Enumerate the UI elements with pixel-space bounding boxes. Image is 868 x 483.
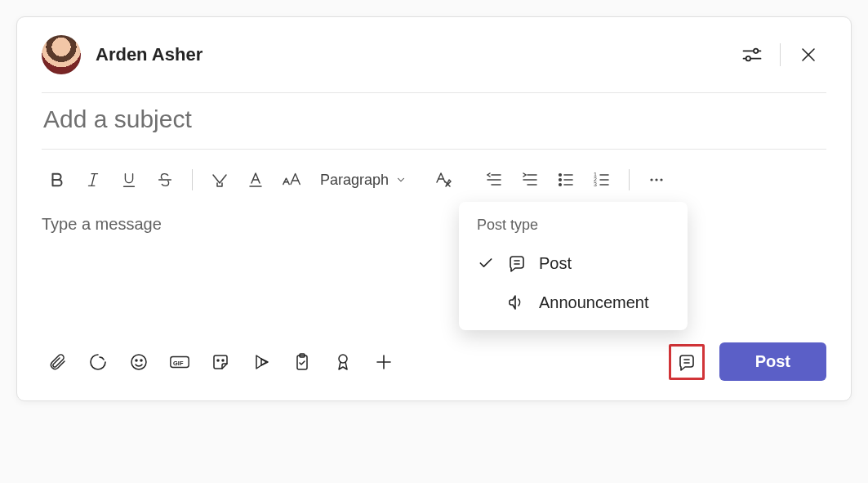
- svg-point-3: [746, 56, 750, 60]
- highlight-icon: [210, 170, 229, 190]
- paragraph-style-dropdown[interactable]: Paragraph: [312, 167, 415, 194]
- toolbar-separator: [629, 169, 630, 190]
- gif-button[interactable]: GIF: [164, 347, 195, 378]
- post-button[interactable]: Post: [719, 342, 826, 381]
- svg-point-38: [136, 360, 137, 361]
- highlight-button[interactable]: [204, 164, 235, 195]
- svg-point-1: [754, 49, 758, 53]
- svg-point-35: [655, 178, 657, 181]
- loop-component-button[interactable]: [82, 347, 114, 378]
- message-placeholder: Type a message: [42, 215, 162, 233]
- underline-button[interactable]: [114, 164, 145, 195]
- popover-title: Post type: [459, 213, 688, 244]
- svg-point-39: [140, 360, 142, 361]
- strikethrough-icon: [156, 171, 174, 189]
- chevron-down-icon: [395, 174, 407, 186]
- post-type-option-label: Announcement: [539, 293, 649, 312]
- post-icon: [506, 253, 527, 273]
- bold-icon: [48, 171, 66, 189]
- post-type-option-post[interactable]: Post: [459, 244, 688, 283]
- italic-icon: [84, 171, 102, 189]
- more-format-button[interactable]: [641, 164, 672, 195]
- compose-header: Arden Asher: [42, 35, 826, 92]
- svg-point-43: [222, 360, 224, 361]
- author-name: Arden Asher: [96, 44, 734, 65]
- numbered-list-button[interactable]: 1 2 3: [586, 164, 617, 195]
- subject-row: [42, 92, 826, 150]
- svg-point-37: [131, 355, 146, 369]
- style-dropdown-label: Paragraph: [320, 172, 389, 189]
- svg-point-36: [660, 178, 662, 181]
- paperclip-icon: [47, 352, 67, 372]
- emoji-icon: [129, 352, 149, 372]
- more-actions-button[interactable]: [368, 347, 399, 378]
- emoji-button[interactable]: [123, 347, 154, 378]
- stream-button[interactable]: [246, 347, 277, 378]
- svg-point-26: [559, 184, 562, 186]
- plus-icon: [374, 352, 394, 372]
- text-color-button[interactable]: [240, 164, 271, 195]
- outdent-icon: [484, 170, 504, 190]
- header-divider: [780, 43, 781, 66]
- bullet-list-icon: [556, 170, 576, 190]
- bottom-right-actions: Post: [669, 342, 826, 381]
- svg-point-34: [650, 178, 652, 181]
- message-body[interactable]: Type a message: [42, 203, 826, 334]
- check-icon: [477, 255, 495, 271]
- close-compose-button[interactable]: [790, 37, 826, 73]
- bullet-list-button[interactable]: [550, 164, 581, 195]
- stream-icon: [251, 352, 271, 372]
- toolbar-separator: [192, 169, 193, 190]
- increase-indent-button[interactable]: [514, 164, 545, 195]
- font-size-button[interactable]: [276, 164, 307, 195]
- strikethrough-button[interactable]: [149, 164, 180, 195]
- svg-point-42: [217, 360, 219, 361]
- svg-line-8: [91, 174, 95, 186]
- filter-settings-icon: [741, 43, 763, 66]
- bold-button[interactable]: [42, 164, 73, 195]
- post-type-option-label: Post: [539, 254, 572, 273]
- more-icon: [647, 170, 666, 190]
- approvals-button[interactable]: [287, 347, 318, 378]
- badge-icon: [333, 352, 353, 372]
- author-avatar: [42, 35, 81, 74]
- delivery-options-button[interactable]: [734, 37, 770, 73]
- font-size-icon: [281, 170, 302, 190]
- underline-icon: [120, 171, 138, 189]
- subject-input[interactable]: [42, 105, 826, 134]
- attach-file-button[interactable]: [42, 347, 73, 378]
- loop-icon: [88, 352, 108, 372]
- svg-point-24: [559, 179, 562, 181]
- decrease-indent-button[interactable]: [479, 164, 510, 195]
- post-type-icon: [677, 352, 697, 372]
- bottom-tools: GIF: [42, 347, 399, 378]
- clear-formatting-button[interactable]: [428, 164, 459, 195]
- post-type-button[interactable]: [669, 344, 705, 380]
- bottom-toolbar: GIF: [42, 342, 826, 381]
- header-actions: [734, 37, 826, 73]
- text-color-icon: [246, 170, 265, 190]
- post-type-popover: Post type Post: [459, 202, 688, 330]
- compose-post-card: Arden Asher: [16, 16, 852, 401]
- italic-button[interactable]: [78, 164, 109, 195]
- clipboard-icon: [292, 352, 312, 372]
- svg-marker-45: [261, 359, 268, 365]
- megaphone-icon: [506, 293, 527, 312]
- clear-format-icon: [434, 170, 453, 190]
- gif-icon: GIF: [169, 352, 190, 372]
- indent-icon: [520, 170, 540, 190]
- format-toolbar: Paragraph: [42, 150, 826, 203]
- sticker-button[interactable]: [205, 347, 236, 378]
- svg-point-22: [559, 174, 562, 177]
- sticker-icon: [211, 352, 230, 372]
- praise-button[interactable]: [327, 347, 358, 378]
- svg-text:GIF: GIF: [173, 359, 184, 366]
- post-type-option-announcement[interactable]: Announcement: [459, 283, 688, 322]
- numbered-list-icon: 1 2 3: [592, 170, 612, 190]
- close-icon: [799, 45, 818, 65]
- svg-text:3: 3: [594, 181, 597, 187]
